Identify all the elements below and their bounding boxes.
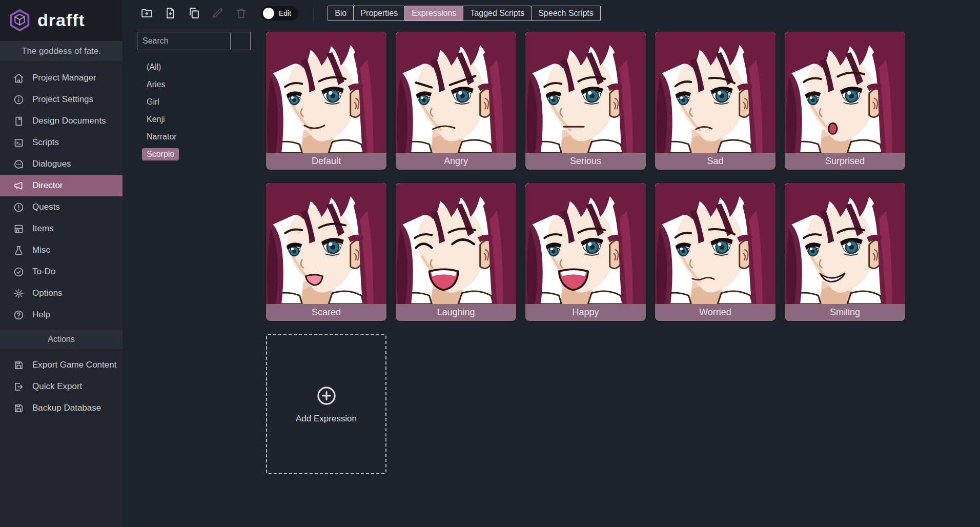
expression-card-default[interactable]: Default (266, 32, 386, 170)
user-button[interactable] (650, 4, 669, 23)
print-button[interactable] (616, 4, 636, 23)
chat-icon (13, 158, 25, 170)
sidebar-item-label: Items (32, 224, 54, 234)
expression-card-sad[interactable]: Sad (655, 32, 775, 170)
expression-portrait (266, 183, 386, 304)
rename-button[interactable] (208, 4, 227, 23)
doc-icon (13, 115, 25, 127)
expression-card-angry[interactable]: Angry (396, 32, 516, 170)
expression-card-happy[interactable]: Happy (525, 183, 646, 321)
portrait-face-illustration (785, 183, 905, 304)
sidebar-item-quests[interactable]: Quests (0, 196, 122, 218)
question-icon (13, 309, 25, 320)
expression-card-laughing[interactable]: Laughing (396, 183, 516, 321)
action-item-export-game-content[interactable]: Export Game Content (0, 354, 122, 376)
sidebar-item-items[interactable]: Items (0, 218, 122, 239)
expression-card-scared[interactable]: Scared (266, 183, 386, 321)
megaphone-icon (13, 180, 25, 191)
save-icon (13, 359, 25, 371)
expression-card-surprised[interactable]: Surprised (785, 32, 905, 170)
edit-toggle[interactable]: Edit (261, 6, 298, 21)
portrait-face-illustration (266, 183, 386, 304)
trash-icon (235, 7, 248, 19)
new-folder-button[interactable] (137, 4, 156, 23)
search-button[interactable] (230, 32, 251, 50)
duplicate-button[interactable] (184, 4, 203, 23)
sidebar-item-label: Project Manager (32, 73, 96, 83)
tab-properties[interactable]: Properties (353, 6, 405, 21)
portrait-face-illustration (396, 32, 516, 153)
sidebar-item-design-documents[interactable]: Design Documents (0, 110, 122, 132)
plus-circle-icon (316, 385, 337, 407)
check-icon (13, 266, 25, 277)
main-area: Edit BioPropertiesExpressionsTagged Scri… (122, 0, 980, 527)
gear-icon (13, 288, 25, 299)
delete-button[interactable] (231, 4, 251, 23)
app-title: drafft (37, 10, 85, 30)
export-icon (13, 381, 25, 392)
toolbar-divider (314, 6, 314, 21)
search-input[interactable] (137, 32, 231, 50)
portrait-face-illustration (785, 32, 905, 153)
sidebar-item-label: Misc (32, 245, 50, 255)
project-subtitle: The goddess of fate. (0, 40, 122, 62)
action-item-quick-export[interactable]: Quick Export (0, 376, 122, 397)
sidebar-item-misc[interactable]: Misc (0, 239, 122, 261)
expression-label: Scared (266, 304, 386, 321)
expression-portrait (655, 183, 775, 304)
pencil-icon (211, 7, 224, 19)
home-icon (13, 72, 25, 84)
terminal-icon (13, 137, 25, 148)
sidebar: drafft The goddess of fate. Project Mana… (0, 0, 122, 527)
sidebar-item-help[interactable]: Help (0, 304, 122, 326)
sidebar-item-label: Help (32, 310, 50, 320)
expression-card-worried[interactable]: Worried (655, 183, 775, 321)
sidebar-item-director[interactable]: Director (0, 175, 122, 196)
tab-tagged-scripts[interactable]: Tagged Scripts (463, 6, 532, 21)
sidebar-item-project-manager[interactable]: Project Manager (0, 67, 122, 89)
info-icon (13, 94, 25, 105)
sidebar-item-to-do[interactable]: To-Do (0, 261, 122, 282)
sidebar-item-label: Director (32, 180, 63, 191)
expression-portrait (525, 183, 646, 304)
character-item-scorpio[interactable]: Scorpio (142, 146, 251, 163)
expression-label: Default (266, 153, 386, 170)
new-file-button[interactable] (160, 4, 180, 23)
character-filter-panel: (All)AriesGirlKenjiNarratorScorpio (137, 32, 251, 527)
sidebar-item-dialogues[interactable]: Dialogues (0, 153, 122, 175)
expression-card-serious[interactable]: Serious (525, 32, 646, 170)
character-item-kenji[interactable]: Kenji (142, 111, 251, 128)
tab-speech-scripts[interactable]: Speech Scripts (531, 6, 601, 21)
sidebar-actions: Export Game Content Quick Export Backup … (0, 350, 122, 419)
archive-icon (13, 223, 25, 234)
sidebar-item-scripts[interactable]: Scripts (0, 132, 122, 153)
character-item-all[interactable]: (All) (142, 58, 251, 76)
tab-bar: BioPropertiesExpressionsTagged ScriptsSp… (328, 6, 601, 21)
add-expression-tile[interactable]: Add Expression (266, 334, 386, 474)
character-item-girl[interactable]: Girl (142, 93, 251, 111)
action-item-backup-database[interactable]: Backup Database (0, 397, 122, 419)
logo-row: drafft (0, 0, 122, 40)
expression-label: Worried (655, 304, 775, 321)
search-row (137, 32, 251, 50)
expression-grid: Default (266, 32, 980, 527)
expression-label: Smiling (785, 304, 905, 321)
sidebar-menu: Project Manager Project Settings Design … (0, 62, 122, 326)
portrait-face-illustration (525, 183, 646, 304)
character-item-aries[interactable]: Aries (142, 76, 251, 93)
save-icon (13, 402, 25, 414)
sidebar-item-project-settings[interactable]: Project Settings (0, 89, 122, 110)
edit-toggle-knob (263, 8, 274, 19)
app-window: drafft The goddess of fate. Project Mana… (0, 0, 980, 527)
expression-label: Angry (396, 153, 516, 170)
sidebar-item-label: Design Documents (32, 116, 106, 126)
expression-label: Sad (655, 153, 775, 170)
tab-expressions[interactable]: Expressions (404, 6, 463, 21)
expression-portrait (266, 32, 386, 153)
sidebar-item-label: Quests (32, 202, 60, 212)
topbar: Edit BioPropertiesExpressionsTagged Scri… (122, 0, 980, 26)
expression-card-smiling[interactable]: Smiling (785, 183, 905, 321)
tab-bio[interactable]: Bio (328, 6, 354, 21)
character-item-narrator[interactable]: Narrator (142, 128, 251, 146)
sidebar-item-options[interactable]: Options (0, 282, 122, 304)
